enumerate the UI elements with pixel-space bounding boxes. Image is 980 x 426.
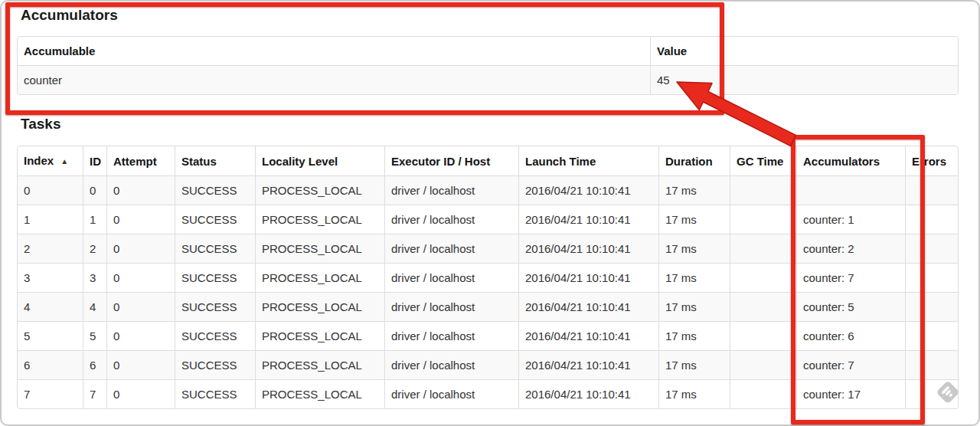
task-cell-errors: [905, 205, 958, 234]
header-index-label: Index: [24, 154, 54, 167]
task-cell-status: SUCCESS: [175, 379, 255, 408]
task-cell-executor: driver / localhost: [384, 205, 518, 234]
task-cell-status: SUCCESS: [175, 350, 255, 379]
header-locality-level[interactable]: Locality Level: [255, 146, 384, 175]
task-cell-gc-time: [730, 175, 796, 205]
task-cell-locality: PROCESS_LOCAL: [255, 321, 384, 350]
task-cell-index: 3: [18, 263, 83, 292]
task-cell-gc-time: [730, 321, 796, 350]
task-cell-errors: [905, 263, 958, 292]
task-cell-id: 0: [83, 175, 106, 205]
header-accumulable[interactable]: Accumulable: [18, 37, 650, 65]
header-status[interactable]: Status: [175, 146, 255, 175]
task-row: 5 5 0 SUCCESS PROCESS_LOCAL driver / loc…: [18, 321, 958, 350]
task-cell-executor: driver / localhost: [384, 350, 518, 379]
header-attempt[interactable]: Attempt: [106, 146, 175, 175]
task-cell-launch-time: 2016/04/21 10:10:41: [518, 263, 658, 292]
header-accumulators[interactable]: Accumulators: [796, 146, 905, 175]
task-cell-accumulators: counter: 7: [796, 350, 905, 379]
task-cell-index: 2: [18, 234, 83, 263]
accumulable-name-cell: counter: [18, 65, 650, 94]
task-cell-index: 6: [18, 350, 83, 379]
task-cell-locality: PROCESS_LOCAL: [255, 205, 384, 234]
task-cell-gc-time: [730, 292, 796, 321]
task-row: 2 2 0 SUCCESS PROCESS_LOCAL driver / loc…: [18, 234, 958, 263]
task-cell-accumulators: counter: 1: [796, 205, 905, 234]
sort-ascending-icon: ▲: [60, 157, 68, 165]
task-cell-attempt: 0: [106, 205, 175, 234]
task-cell-accumulators: counter: 5: [796, 292, 905, 321]
task-cell-launch-time: 2016/04/21 10:10:41: [518, 234, 658, 263]
task-cell-locality: PROCESS_LOCAL: [255, 379, 384, 408]
header-executor-id-host[interactable]: Executor ID / Host: [384, 146, 518, 175]
task-cell-duration: 17 ms: [658, 234, 730, 263]
task-cell-errors: [905, 321, 958, 350]
accumulable-value-cell: 45: [650, 65, 958, 94]
task-row: 3 3 0 SUCCESS PROCESS_LOCAL driver / loc…: [18, 263, 958, 292]
task-cell-duration: 17 ms: [658, 350, 730, 379]
task-cell-errors: [905, 292, 958, 321]
task-cell-duration: 17 ms: [658, 263, 730, 292]
task-cell-launch-time: 2016/04/21 10:10:41: [518, 175, 658, 205]
task-cell-executor: driver / localhost: [384, 321, 518, 350]
tasks-header-row: Index▲ ID Attempt Status Locality Level …: [18, 146, 958, 175]
task-row: 7 7 0 SUCCESS PROCESS_LOCAL driver / loc…: [18, 379, 958, 408]
accumulators-header-row: Accumulable Value: [18, 37, 958, 65]
task-cell-duration: 17 ms: [658, 205, 730, 234]
task-cell-index: 1: [18, 205, 83, 234]
task-cell-status: SUCCESS: [175, 234, 255, 263]
header-id[interactable]: ID: [83, 146, 106, 175]
accumulators-table: Accumulable Value counter 45: [17, 36, 959, 95]
header-index[interactable]: Index▲: [18, 146, 83, 175]
task-cell-gc-time: [730, 234, 796, 263]
accumulator-row: counter 45: [18, 65, 958, 94]
task-cell-gc-time: [730, 263, 796, 292]
task-cell-duration: 17 ms: [658, 379, 730, 408]
header-value[interactable]: Value: [650, 37, 958, 65]
task-cell-locality: PROCESS_LOCAL: [255, 263, 384, 292]
header-errors[interactable]: Errors: [905, 146, 958, 175]
task-row: 1 1 0 SUCCESS PROCESS_LOCAL driver / loc…: [18, 205, 958, 234]
task-cell-executor: driver / localhost: [384, 292, 518, 321]
task-cell-id: 5: [83, 321, 106, 350]
task-cell-id: 7: [83, 379, 106, 408]
task-cell-accumulators: [796, 175, 905, 205]
task-cell-locality: PROCESS_LOCAL: [255, 350, 384, 379]
task-cell-launch-time: 2016/04/21 10:10:41: [518, 379, 658, 408]
task-cell-index: 0: [18, 175, 83, 205]
header-gc-time[interactable]: GC Time: [730, 146, 796, 175]
task-cell-attempt: 0: [106, 175, 175, 205]
task-cell-attempt: 0: [106, 379, 175, 408]
task-cell-attempt: 0: [106, 292, 175, 321]
task-cell-status: SUCCESS: [175, 175, 255, 205]
task-cell-accumulators: counter: 2: [796, 234, 905, 263]
task-cell-gc-time: [730, 350, 796, 379]
task-cell-launch-time: 2016/04/21 10:10:41: [518, 205, 658, 234]
task-cell-index: 7: [18, 379, 83, 408]
task-row: 4 4 0 SUCCESS PROCESS_LOCAL driver / loc…: [18, 292, 958, 321]
task-cell-errors: [905, 350, 958, 379]
task-cell-attempt: 0: [106, 263, 175, 292]
task-cell-gc-time: [730, 379, 796, 408]
task-cell-status: SUCCESS: [175, 205, 255, 234]
task-cell-id: 3: [83, 263, 106, 292]
header-duration[interactable]: Duration: [658, 146, 730, 175]
task-row: 0 0 0 SUCCESS PROCESS_LOCAL driver / loc…: [18, 175, 958, 205]
tasks-section-title: Tasks: [21, 116, 60, 133]
task-cell-executor: driver / localhost: [384, 234, 518, 263]
task-cell-attempt: 0: [106, 321, 175, 350]
task-cell-errors: [905, 175, 958, 205]
task-cell-duration: 17 ms: [658, 175, 730, 205]
task-cell-accumulators: counter: 17: [796, 379, 905, 408]
task-cell-duration: 17 ms: [658, 292, 730, 321]
task-cell-attempt: 0: [106, 234, 175, 263]
task-cell-locality: PROCESS_LOCAL: [255, 292, 384, 321]
task-cell-gc-time: [730, 205, 796, 234]
task-cell-errors: [905, 234, 958, 263]
task-cell-duration: 17 ms: [658, 321, 730, 350]
task-cell-id: 1: [83, 205, 106, 234]
task-cell-accumulators: counter: 6: [796, 321, 905, 350]
header-launch-time[interactable]: Launch Time: [518, 146, 658, 175]
task-cell-id: 2: [83, 234, 106, 263]
task-cell-launch-time: 2016/04/21 10:10:41: [518, 350, 658, 379]
